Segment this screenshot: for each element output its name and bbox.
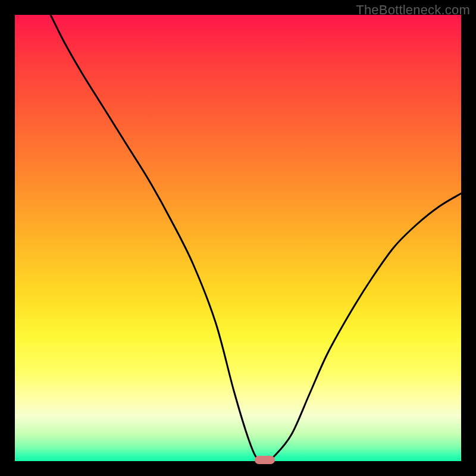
optimal-marker [255,456,275,464]
chart-frame: TheBottleneck.com [0,0,476,476]
watermark-text: TheBottleneck.com [356,2,470,18]
bottleneck-curve [15,15,461,461]
plot-area [15,15,461,461]
